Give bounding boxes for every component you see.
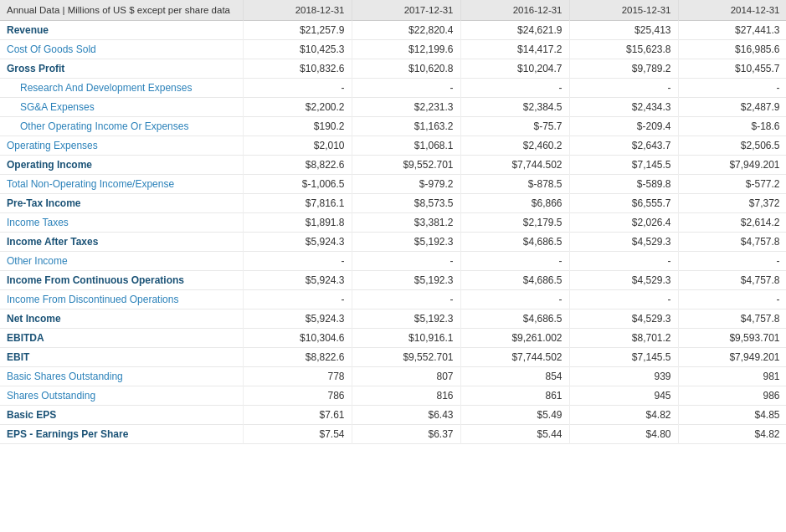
table-row: EBIT$8,822.6$9,552.701$7,744.502$7,145.5… xyxy=(0,348,786,367)
table-row: Other Income----- xyxy=(0,252,786,271)
row-value-col4: $15,623.8 xyxy=(569,40,678,59)
row-value-col4: $2,643.7 xyxy=(569,136,678,156)
row-value-col1: $-1,006.5 xyxy=(243,175,352,194)
row-value-col4: $4,529.3 xyxy=(569,233,678,252)
row-label: Shares Outstanding xyxy=(0,386,243,406)
row-value-col2: $10,620.8 xyxy=(352,59,460,79)
row-value-col1: $2,010 xyxy=(243,136,352,156)
table-row: Research And Development Expenses----- xyxy=(0,79,786,98)
row-value-col2: $12,199.6 xyxy=(352,40,460,59)
row-value-col5: $9,593.701 xyxy=(678,329,786,348)
row-value-col2: - xyxy=(352,252,460,271)
row-value-col3: $2,179.5 xyxy=(460,213,569,233)
row-value-col2: $2,231.3 xyxy=(352,98,460,117)
row-value-col3: $2,384.5 xyxy=(460,98,569,117)
row-label: EBIT xyxy=(0,348,243,367)
row-label: Net Income xyxy=(0,309,243,329)
row-value-col3: $9,261.002 xyxy=(460,329,569,348)
row-value-col5: - xyxy=(678,79,786,98)
row-value-col4: - xyxy=(569,252,678,271)
row-value-col5: $-577.2 xyxy=(678,175,786,194)
row-value-col3: $10,204.7 xyxy=(460,59,569,79)
row-value-col2: $9,552.701 xyxy=(352,348,460,367)
row-value-col4: $-209.4 xyxy=(569,117,678,136)
row-value-col1: $190.2 xyxy=(243,117,352,136)
row-value-col5: - xyxy=(678,252,786,271)
row-value-col4: $4.82 xyxy=(569,406,678,425)
table-row: Pre-Tax Income$7,816.1$8,573.5$6,866$6,5… xyxy=(0,194,786,213)
row-value-col1: $5,924.3 xyxy=(243,271,352,290)
row-value-col3: $4,686.5 xyxy=(460,309,569,329)
row-value-col5: $-18.6 xyxy=(678,117,786,136)
row-value-col1: - xyxy=(243,290,352,309)
row-value-col2: $5,192.3 xyxy=(352,271,460,290)
table-row: Income From Continuous Operations$5,924.… xyxy=(0,271,786,290)
row-value-col1: $5,924.3 xyxy=(243,309,352,329)
row-value-col1: $7.54 xyxy=(243,425,352,444)
row-value-col2: $6.43 xyxy=(352,406,460,425)
row-label: Gross Profit xyxy=(0,59,243,79)
row-value-col1: $2,200.2 xyxy=(243,98,352,117)
table-row: Other Operating Income Or Expenses$190.2… xyxy=(0,117,786,136)
row-value-col1: $5,924.3 xyxy=(243,233,352,252)
row-value-col5: 986 xyxy=(678,386,786,406)
row-value-col2: $22,820.4 xyxy=(352,21,460,40)
row-value-col5: $10,455.7 xyxy=(678,59,786,79)
row-value-col5: $27,441.3 xyxy=(678,21,786,40)
table-row: Gross Profit$10,832.6$10,620.8$10,204.7$… xyxy=(0,59,786,79)
header-col4: 2015-12-31 xyxy=(569,0,678,21)
row-label: Pre-Tax Income xyxy=(0,194,243,213)
row-value-col2: $10,916.1 xyxy=(352,329,460,348)
row-value-col4: $7,145.5 xyxy=(569,156,678,175)
table-row: Operating Income$8,822.6$9,552.701$7,744… xyxy=(0,156,786,175)
row-value-col1: $8,822.6 xyxy=(243,156,352,175)
table-row: Income After Taxes$5,924.3$5,192.3$4,686… xyxy=(0,233,786,252)
header-col5: 2014-12-31 xyxy=(678,0,786,21)
row-value-col1: 786 xyxy=(243,386,352,406)
row-value-col3: $6,866 xyxy=(460,194,569,213)
row-label: Other Income xyxy=(0,252,243,271)
table-row: Income From Discontinued Operations----- xyxy=(0,290,786,309)
table-row: Total Non-Operating Income/Expense$-1,00… xyxy=(0,175,786,194)
table-row: Operating Expenses$2,010$1,068.1$2,460.2… xyxy=(0,136,786,156)
row-value-col5: $4,757.8 xyxy=(678,309,786,329)
row-label: Income From Continuous Operations xyxy=(0,271,243,290)
row-value-col3: $4,686.5 xyxy=(460,271,569,290)
row-value-col4: $2,026.4 xyxy=(569,213,678,233)
row-value-col2: $6.37 xyxy=(352,425,460,444)
row-value-col3: - xyxy=(460,290,569,309)
row-value-col5: $2,614.2 xyxy=(678,213,786,233)
row-value-col3: - xyxy=(460,79,569,98)
row-value-col3: $-75.7 xyxy=(460,117,569,136)
row-value-col5: $4.85 xyxy=(678,406,786,425)
row-value-col3: $24,621.9 xyxy=(460,21,569,40)
row-value-col1: $10,832.6 xyxy=(243,59,352,79)
row-value-col4: $4,529.3 xyxy=(569,309,678,329)
row-value-col3: $7,744.502 xyxy=(460,156,569,175)
row-value-col4: 939 xyxy=(569,367,678,386)
header-col1: 2018-12-31 xyxy=(243,0,352,21)
row-value-col4: $6,555.7 xyxy=(569,194,678,213)
table-row: EBITDA$10,304.6$10,916.1$9,261.002$8,701… xyxy=(0,329,786,348)
row-label: Income From Discontinued Operations xyxy=(0,290,243,309)
row-value-col5: $7,949.201 xyxy=(678,348,786,367)
row-value-col4: - xyxy=(569,290,678,309)
row-label: Basic EPS xyxy=(0,406,243,425)
header-col2: 2017-12-31 xyxy=(352,0,460,21)
row-value-col4: $25,413 xyxy=(569,21,678,40)
row-value-col1: 778 xyxy=(243,367,352,386)
row-value-col4: $8,701.2 xyxy=(569,329,678,348)
row-value-col5: $4,757.8 xyxy=(678,233,786,252)
row-value-col2: $1,163.2 xyxy=(352,117,460,136)
row-value-col4: $7,145.5 xyxy=(569,348,678,367)
table-row: EPS - Earnings Per Share$7.54$6.37$5.44$… xyxy=(0,425,786,444)
row-value-col2: $8,573.5 xyxy=(352,194,460,213)
table-row: Basic Shares Outstanding778807854939981 xyxy=(0,367,786,386)
row-label: EPS - Earnings Per Share xyxy=(0,425,243,444)
row-value-col5: $2,487.9 xyxy=(678,98,786,117)
row-label: Income After Taxes xyxy=(0,233,243,252)
row-label: Total Non-Operating Income/Expense xyxy=(0,175,243,194)
row-label: SG&A Expenses xyxy=(0,98,243,117)
row-value-col4: $2,434.3 xyxy=(569,98,678,117)
table-row: Revenue$21,257.9$22,820.4$24,621.9$25,41… xyxy=(0,21,786,40)
